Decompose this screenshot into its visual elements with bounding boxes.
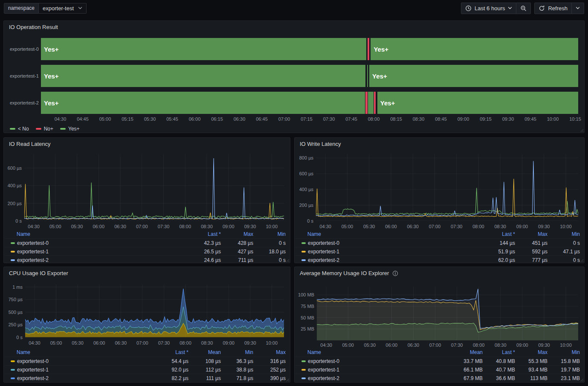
legend-header-column[interactable]: Min xyxy=(547,231,580,237)
x-tick-label: 05:30 xyxy=(360,224,379,229)
legend-value: 54.4 µs xyxy=(156,358,188,364)
panel-title[interactable]: IO Read Latency xyxy=(9,141,51,147)
x-tick-label: 09:30 xyxy=(499,116,518,122)
panel-title[interactable]: CPU Usage IO Exporter xyxy=(9,270,68,276)
y-tick-label: 200 µs xyxy=(4,201,22,206)
legend-value: 316 µs xyxy=(253,358,286,364)
x-tick-label: 06:30 xyxy=(111,340,130,345)
x-tick-label: 09:30 xyxy=(535,224,553,229)
series-swatch xyxy=(301,360,306,362)
panel-title[interactable]: IO Operation Result xyxy=(9,24,58,30)
timeline-segment-label: Yes+ xyxy=(41,99,59,107)
clock-icon xyxy=(465,5,472,12)
x-tick-label: 05:45 xyxy=(163,116,182,122)
series-name[interactable]: exportertest-1 xyxy=(295,249,483,255)
avg-memory-usage-plot[interactable] xyxy=(317,287,578,340)
legend-value: 42.3 µs xyxy=(188,240,221,246)
series-name-label: exportertest-2 xyxy=(17,375,49,381)
panel-io-operation-result: IO Operation Result exportertest-0Yes+Ye… xyxy=(3,20,585,133)
refresh-button[interactable]: Refresh xyxy=(534,3,572,14)
legend-header-name[interactable]: Name xyxy=(5,349,156,355)
y-tick-label: 600 µs xyxy=(4,165,22,171)
legend-value: 451 µs xyxy=(515,240,547,246)
x-tick-label: 07:45 xyxy=(342,116,361,122)
legend-header-column[interactable]: Max xyxy=(515,349,547,355)
series-name[interactable]: exportertest-1 xyxy=(5,249,188,255)
x-tick-label: 07:00 xyxy=(425,224,444,229)
legend-value: 711 µs xyxy=(221,257,253,263)
series-name[interactable]: exportertest-2 xyxy=(5,375,156,381)
legend-header-name[interactable]: Name xyxy=(295,231,483,237)
y-tick-label: 0 s xyxy=(4,218,22,223)
series-name[interactable]: exportertest-1 xyxy=(5,367,156,373)
legend-header-column[interactable]: Min xyxy=(221,349,253,355)
legend-value: 62.0 µs xyxy=(483,257,515,263)
legend-item[interactable]: Yes+ xyxy=(60,126,80,132)
x-tick-label: 09:15 xyxy=(476,116,495,122)
template-variable: namespace exporter-test xyxy=(4,3,87,14)
refresh-label: Refresh xyxy=(548,5,568,12)
y-tick-label: 25 MB xyxy=(296,326,314,331)
series-name[interactable]: exportertest-2 xyxy=(295,375,450,381)
legend-header-column[interactable]: Last * xyxy=(483,349,515,355)
chevron-down-icon xyxy=(576,6,580,10)
legend-header-row: NameLast *MeanMinMax xyxy=(5,348,286,357)
x-tick-label: 10:15 xyxy=(566,116,585,122)
legend-header-row: NameLast *MaxMin xyxy=(295,230,580,238)
legend-value: 428 µs xyxy=(221,240,253,246)
legend-header-column[interactable]: Last * xyxy=(483,231,515,237)
panel-title[interactable]: Average Memory Usage IO Explorer xyxy=(300,270,398,276)
x-tick-label: 10:00 xyxy=(544,116,562,122)
legend-header-column[interactable]: Max xyxy=(221,231,253,237)
legend-row: exportertest-033.7 MB40.8 MB55.3 MB15.8 … xyxy=(295,357,580,365)
legend-header-column[interactable]: Min xyxy=(547,349,580,355)
series-name[interactable]: exportertest-1 xyxy=(295,367,450,373)
legend-value: 82.2 µs xyxy=(156,375,188,381)
x-tick-label: 05:00 xyxy=(46,224,65,229)
zoom-out-time-button[interactable] xyxy=(516,3,531,14)
timeline-segment-label: Yes+ xyxy=(41,46,59,53)
legend-header-name[interactable]: Name xyxy=(295,349,450,355)
series-name[interactable]: exportertest-0 xyxy=(5,358,156,364)
legend-value: 15.8 MB xyxy=(547,358,580,364)
series-name[interactable]: exportertest-2 xyxy=(295,257,483,263)
timeline-row-track: Yes+Yes+ xyxy=(41,38,578,60)
panel-title[interactable]: IO Write Latency xyxy=(300,141,341,147)
refresh-interval-dropdown[interactable] xyxy=(572,3,584,14)
legend-header-name[interactable]: Name xyxy=(5,231,188,237)
series-name[interactable]: exportertest-0 xyxy=(5,240,188,246)
cpu-usage-chart: 0 s250 µs500 µs750 µs1 ms04:3005:0005:30… xyxy=(4,267,290,382)
legend-header-column[interactable]: Last * xyxy=(188,231,221,237)
legend-item[interactable]: < No xyxy=(10,126,29,132)
legend-value: 0 s xyxy=(547,240,580,246)
x-tick-label: 08:00 xyxy=(469,224,488,229)
legend-header-column[interactable]: Mean xyxy=(450,349,483,355)
legend-value: 113 MB xyxy=(515,375,547,381)
cpu-usage-plot[interactable] xyxy=(25,284,284,337)
legend-value: 36.3 µs xyxy=(221,358,253,364)
series-name[interactable]: exportertest-0 xyxy=(295,358,450,364)
legend-header-column[interactable]: Min xyxy=(253,231,286,237)
series-name[interactable]: exportertest-2 xyxy=(5,257,188,263)
namespace-dropdown[interactable]: exporter-test xyxy=(39,3,87,14)
io-read-latency-plot[interactable] xyxy=(24,154,284,221)
info-icon[interactable] xyxy=(392,270,398,276)
series-name-label: exportertest-1 xyxy=(17,249,49,255)
time-range-picker[interactable]: Last 6 hours xyxy=(461,3,517,14)
io-write-latency-plot[interactable] xyxy=(316,154,578,221)
legend-header-column[interactable]: Max xyxy=(515,231,547,237)
y-tick-label: 0 s xyxy=(295,218,313,223)
legend-header-column[interactable]: Last * xyxy=(156,349,188,355)
series-name-label: exportertest-1 xyxy=(308,249,339,255)
x-tick-label: 08:30 xyxy=(197,224,216,229)
legend-header-column[interactable]: Max xyxy=(253,349,286,355)
dashboard-toolbar: namespace exporter-test Last 6 hours xyxy=(0,0,588,16)
legend-item[interactable]: No+ xyxy=(36,126,53,132)
series-name-label: exportertest-2 xyxy=(17,257,49,263)
y-tick-label: 500 µs xyxy=(5,310,23,315)
legend-header-column[interactable]: Mean xyxy=(188,349,221,355)
timeline-segment: Yes+ xyxy=(371,38,578,60)
state-timeline: exportertest-0Yes+Yes+exportertest-1Yes+… xyxy=(4,21,584,133)
x-tick-label: 07:00 xyxy=(133,224,151,229)
series-name[interactable]: exportertest-0 xyxy=(295,240,483,246)
